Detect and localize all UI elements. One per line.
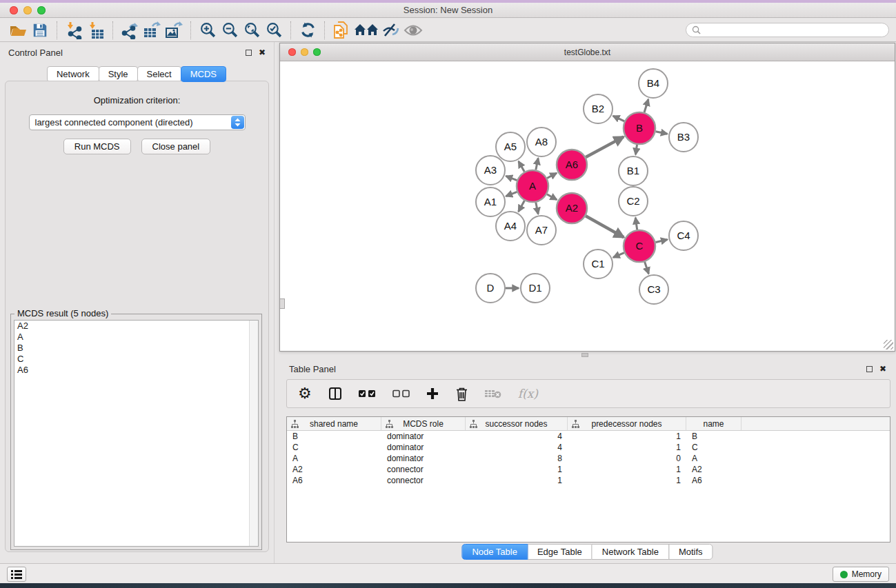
add-column-button[interactable] <box>426 387 439 400</box>
graph-edge-C-C4[interactable] <box>655 239 667 242</box>
search-field[interactable] <box>686 23 889 37</box>
graph-node-B1[interactable]: B1 <box>619 156 648 185</box>
save-session-button[interactable] <box>29 20 51 41</box>
graph-node-A1[interactable]: A1 <box>476 187 505 216</box>
export-image-button[interactable] <box>163 20 185 41</box>
graph-node-A[interactable]: A <box>517 170 548 202</box>
list-item[interactable]: A6 <box>14 365 258 376</box>
graph-node-D[interactable]: D <box>476 274 505 303</box>
network-graph[interactable]: B4B2BB3A8A5A6A3B1AC2A1A2A4A7C4CC1DD1C3 <box>280 61 895 351</box>
graph-node-A2[interactable]: A2 <box>557 193 587 223</box>
graph-node-A3[interactable]: A3 <box>476 156 505 185</box>
network-canvas[interactable]: B4B2BB3A8A5A6A3B1AC2A1A2A4A7C4CC1DD1C3 <box>280 61 895 351</box>
open-session-button[interactable] <box>7 20 29 41</box>
import-table-button[interactable] <box>85 20 107 41</box>
select-all-button[interactable] <box>359 389 376 398</box>
table-row[interactable]: Cdominator41C <box>287 442 890 453</box>
list-item[interactable]: C <box>14 354 258 365</box>
table-row[interactable]: A2connector11A2 <box>287 464 890 475</box>
column-header-MCDS-role[interactable]: MCDS role <box>381 417 466 430</box>
close-panel-button[interactable]: Close panel <box>141 139 211 154</box>
tab-mcds[interactable]: MCDS <box>181 66 226 82</box>
float-panel-icon[interactable] <box>246 50 252 56</box>
graph-node-A4[interactable]: A4 <box>496 212 525 241</box>
hide-details-button[interactable] <box>380 20 402 41</box>
tab-edge-table[interactable]: Edge Table <box>527 544 593 560</box>
graph-edge-A-A4[interactable] <box>519 201 525 212</box>
graph-node-C2[interactable]: C2 <box>619 187 648 216</box>
graph-node-B[interactable]: B <box>624 112 655 144</box>
search-input[interactable] <box>704 26 883 35</box>
graph-node-A6[interactable]: A6 <box>557 150 587 180</box>
graph-node-C4[interactable]: C4 <box>669 221 698 250</box>
graph-edge-B-B2[interactable] <box>613 116 625 121</box>
graph-node-B2[interactable]: B2 <box>584 94 613 123</box>
graph-node-B4[interactable]: B4 <box>639 69 668 98</box>
graph-edge-C-C2[interactable] <box>635 218 637 230</box>
export-network-button[interactable] <box>119 20 141 41</box>
graph-edge-A2-C[interactable] <box>586 216 624 237</box>
graph-edge-A-A8[interactable] <box>536 159 538 170</box>
network-window-titlebar[interactable]: testGlobe.txt <box>280 43 895 61</box>
column-header-successor-nodes[interactable]: successor nodes <box>466 417 568 430</box>
graph-node-C[interactable]: C <box>624 230 655 262</box>
birds-eye-view-button[interactable] <box>402 20 424 41</box>
refresh-layout-button[interactable] <box>297 20 319 41</box>
task-history-button[interactable] <box>7 567 26 582</box>
home-fit-button[interactable] <box>352 20 380 41</box>
clone-network-button[interactable] <box>330 20 352 41</box>
graph-edge-C-C3[interactable] <box>645 262 649 274</box>
graph-edge-A-A5[interactable] <box>519 161 525 172</box>
result-list-scrollbar[interactable] <box>249 321 258 546</box>
graph-node-A5[interactable]: A5 <box>496 132 525 161</box>
graph-node-D1[interactable]: D1 <box>521 274 550 303</box>
tab-select[interactable]: Select <box>137 66 181 82</box>
close-table-panel-icon[interactable]: ✖ <box>879 364 886 374</box>
show-columns-button[interactable] <box>328 387 342 401</box>
float-table-panel-icon[interactable] <box>866 366 873 372</box>
graph-node-C3[interactable]: C3 <box>639 275 668 304</box>
column-header-name[interactable]: name <box>686 417 741 430</box>
table-row[interactable]: Adominator80A <box>287 453 890 464</box>
table-settings-button[interactable]: ⚙ <box>298 386 312 401</box>
graph-edge-A-A7[interactable] <box>536 203 538 214</box>
zoom-in-button[interactable] <box>197 20 219 41</box>
delete-table-button[interactable] <box>485 389 501 398</box>
tab-network[interactable]: Network <box>47 66 99 82</box>
zoom-selected-button[interactable] <box>263 20 285 41</box>
graph-node-A7[interactable]: A7 <box>527 216 556 245</box>
list-item[interactable]: B <box>14 343 258 354</box>
column-header-shared-name[interactable]: shared name <box>287 417 381 430</box>
close-panel-icon[interactable]: ✖ <box>259 48 266 57</box>
splitter-handle-bottom[interactable] <box>581 353 588 357</box>
memory-button[interactable]: Memory <box>833 567 889 582</box>
graph-node-C1[interactable]: C1 <box>584 250 613 278</box>
graph-edge-B-B3[interactable] <box>656 132 668 134</box>
column-header-predecessor-nodes[interactable]: predecessor nodes <box>568 417 686 430</box>
graph-edge-B-B4[interactable] <box>644 99 648 112</box>
delete-column-button[interactable] <box>455 387 468 401</box>
graph-edge-A6-B[interactable] <box>586 136 624 157</box>
graph-edge-A-A3[interactable] <box>506 176 517 180</box>
import-network-button[interactable] <box>63 20 85 41</box>
deselect-all-button[interactable] <box>392 389 410 398</box>
run-mcds-button[interactable]: Run MCDS <box>63 139 131 154</box>
zoom-out-button[interactable] <box>219 20 241 41</box>
graph-edge-A-A2[interactable] <box>547 194 557 200</box>
criterion-dropdown[interactable]: largest connected component (directed) <box>29 114 246 130</box>
zoom-fit-button[interactable] <box>241 20 263 41</box>
window-resize-grip[interactable] <box>884 340 893 349</box>
graph-edge-A-A1[interactable] <box>506 192 517 196</box>
list-item[interactable]: A2 <box>14 321 258 332</box>
graph-edge-C-C1[interactable] <box>613 253 624 258</box>
tab-style[interactable]: Style <box>99 66 138 82</box>
graph-edge-A-A6[interactable] <box>547 173 557 179</box>
tab-node-table[interactable]: Node Table <box>461 544 528 560</box>
graph-node-B3[interactable]: B3 <box>669 123 698 152</box>
splitter-handle-left[interactable] <box>280 298 285 309</box>
table-row[interactable]: Bdominator41B <box>287 431 890 442</box>
tab-network-table[interactable]: Network Table <box>592 544 669 560</box>
graph-edge-B-B1[interactable] <box>635 145 637 154</box>
table-row[interactable]: A6connector11A6 <box>287 475 890 486</box>
export-table-button[interactable] <box>141 20 163 41</box>
